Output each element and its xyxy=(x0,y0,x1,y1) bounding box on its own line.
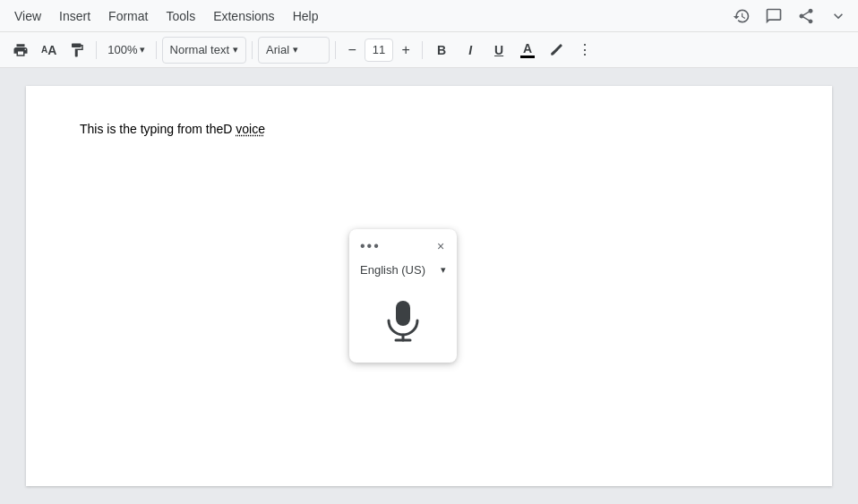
more-options-button[interactable]: ⋮ xyxy=(571,37,598,64)
document-content: This is the typing from theD voice xyxy=(80,122,778,136)
document-text-voice: voice xyxy=(236,122,265,136)
svg-rect-0 xyxy=(396,301,410,326)
font-size-increase-button[interactable]: + xyxy=(395,39,416,61)
bold-button[interactable]: B xyxy=(428,37,455,64)
menu-item-extensions[interactable]: Extensions xyxy=(206,5,281,27)
style-value: Normal text xyxy=(170,43,229,56)
font-size-control: − + xyxy=(341,38,416,62)
voice-typing-popup: ••• × English (US) ▾ xyxy=(349,229,457,363)
zoom-dropdown-icon: ▾ xyxy=(140,44,145,56)
menu-right-icons xyxy=(729,4,851,29)
language-value: English (US) xyxy=(360,263,425,277)
voice-popup-header: ••• × xyxy=(356,236,450,256)
menu-item-help[interactable]: Help xyxy=(286,5,326,27)
expand-icon[interactable] xyxy=(826,4,851,29)
text-color-bar xyxy=(520,56,535,58)
zoom-control[interactable]: 100% ▾ xyxy=(102,37,150,64)
history-icon[interactable] xyxy=(729,4,754,29)
share-icon[interactable] xyxy=(794,4,819,29)
style-dropdown-icon: ▾ xyxy=(233,44,238,56)
language-select[interactable]: English (US) ▾ xyxy=(356,261,450,278)
menu-item-tools[interactable]: Tools xyxy=(159,5,202,27)
font-size-preview-button[interactable]: AA xyxy=(36,37,62,64)
language-dropdown-icon: ▾ xyxy=(441,264,446,276)
separator-1 xyxy=(96,41,97,59)
text-color-button[interactable]: A xyxy=(514,37,541,64)
style-select[interactable]: Normal text ▾ xyxy=(162,37,246,64)
separator-4 xyxy=(335,41,336,59)
mic-button[interactable] xyxy=(372,289,434,352)
popup-close-button[interactable]: × xyxy=(432,237,450,255)
font-value: Arial xyxy=(266,43,289,56)
comment-icon[interactable] xyxy=(761,4,786,29)
separator-5 xyxy=(422,41,423,59)
menu-item-view[interactable]: View xyxy=(7,5,48,27)
separator-3 xyxy=(252,41,253,59)
menu-item-format[interactable]: Format xyxy=(101,5,155,27)
menu-item-insert[interactable]: Insert xyxy=(52,5,98,27)
popup-more-button[interactable]: ••• xyxy=(356,236,384,256)
menu-bar: View Insert Format Tools Extensions Help xyxy=(0,0,858,32)
separator-2 xyxy=(156,41,157,59)
font-size-decrease-button[interactable]: − xyxy=(341,39,363,61)
document-text-before: This is the typing from theD xyxy=(80,122,236,136)
highlight-button[interactable] xyxy=(543,37,570,64)
zoom-value: 100% xyxy=(107,43,137,56)
print-button[interactable] xyxy=(7,37,34,64)
font-dropdown-icon: ▾ xyxy=(293,44,298,56)
font-size-input[interactable] xyxy=(365,38,393,62)
toolbar: AA 100% ▾ Normal text ▾ Arial ▾ − + B I … xyxy=(0,32,858,68)
italic-button[interactable]: I xyxy=(457,37,484,64)
document-area: This is the typing from theD voice ••• ×… xyxy=(0,68,858,504)
format-paint-button[interactable] xyxy=(64,37,90,64)
font-select[interactable]: Arial ▾ xyxy=(258,37,330,64)
underline-button[interactable]: U xyxy=(485,37,512,64)
